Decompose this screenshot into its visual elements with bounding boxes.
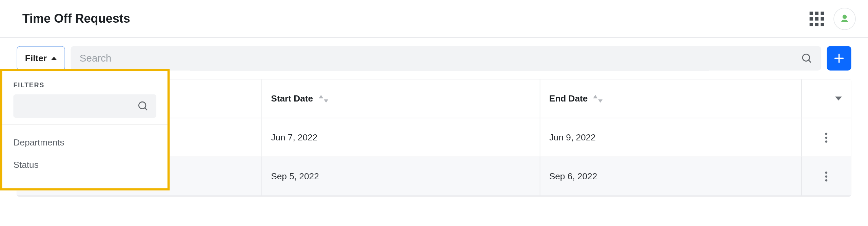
filter-option-status[interactable]: Status: [13, 154, 156, 176]
row-actions-button[interactable]: [821, 128, 832, 147]
search-icon: [137, 100, 149, 112]
page-title: Time Off Requests: [22, 12, 130, 26]
filter-option-departments[interactable]: Departments: [13, 132, 156, 154]
column-header-end-date[interactable]: End Date: [540, 80, 802, 118]
profile-button[interactable]: [833, 7, 856, 30]
search-input[interactable]: [80, 52, 801, 64]
column-header-start-date[interactable]: Start Date: [262, 80, 540, 118]
chevron-down-icon: [835, 97, 842, 100]
search-field[interactable]: [71, 46, 822, 70]
add-button[interactable]: [827, 46, 851, 70]
cell-end-date: Sep 6, 2022: [540, 157, 802, 195]
apps-grid-icon: [810, 12, 824, 26]
filters-search[interactable]: [13, 94, 156, 118]
filters-caption: FILTERS: [13, 81, 156, 89]
divider: [2, 125, 167, 125]
plus-icon: [833, 52, 845, 64]
apps-grid-button[interactable]: [806, 7, 828, 30]
column-label: Start Date: [271, 94, 313, 104]
sort-icon: [593, 95, 603, 103]
filter-button[interactable]: Filter: [17, 46, 65, 70]
filter-label: Filter: [25, 53, 47, 64]
topbar: Time Off Requests: [0, 0, 868, 38]
filters-dropdown: FILTERS Departments Status: [0, 69, 170, 190]
row-actions-button[interactable]: [821, 167, 832, 186]
cell-start-date: Jun 7, 2022: [262, 118, 540, 157]
cell-start-date: Sep 5, 2022: [262, 157, 540, 195]
cell-end-date: Jun 9, 2022: [540, 118, 802, 157]
column-label: End Date: [549, 94, 588, 104]
sort-icon: [319, 95, 328, 103]
column-header-actions[interactable]: [802, 80, 851, 118]
search-icon: [801, 53, 812, 64]
caret-up-icon: [51, 56, 57, 60]
user-icon: [840, 14, 850, 24]
